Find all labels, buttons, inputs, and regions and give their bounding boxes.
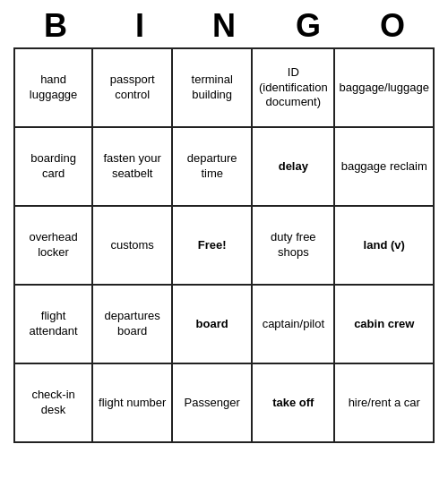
bingo-cell: flight number: [92, 363, 172, 442]
bingo-letter: I: [100, 7, 179, 45]
bingo-cell: flight attendant: [14, 285, 92, 363]
bingo-cell: baggage reclaim: [334, 127, 434, 206]
bingo-cell: hand luggagge: [14, 48, 92, 127]
bingo-header: BINGO: [13, 0, 435, 48]
bingo-cell: passport control: [92, 48, 172, 127]
table-row: hand luggaggepassport controlterminal bu…: [14, 48, 434, 127]
bingo-cell: departure time: [172, 127, 252, 206]
table-row: boarding cardfasten your seatbeltdepartu…: [14, 127, 434, 206]
bingo-grid: hand luggaggepassport controlterminal bu…: [13, 48, 435, 443]
bingo-letter: O: [353, 7, 432, 45]
table-row: overhead lockercustomsFree!duty free sho…: [14, 206, 434, 285]
bingo-cell: hire/rent a car: [334, 363, 434, 442]
bingo-cell: take off: [252, 363, 334, 442]
bingo-cell: duty free shops: [252, 206, 334, 285]
bingo-letter: G: [269, 7, 348, 45]
bingo-cell: terminal building: [172, 48, 252, 127]
bingo-cell: Free!: [172, 206, 252, 285]
bingo-cell: land (v): [334, 206, 434, 285]
bingo-cell: Passenger: [172, 363, 252, 442]
bingo-cell: check-in desk: [14, 363, 92, 442]
bingo-cell: boarding card: [14, 127, 92, 206]
bingo-cell: baggage/luggage: [334, 48, 434, 127]
bingo-cell: fasten your seatbelt: [92, 127, 172, 206]
table-row: flight attendantdepartures boardboardcap…: [14, 285, 434, 363]
bingo-cell: board: [172, 285, 252, 363]
bingo-cell: overhead locker: [14, 206, 92, 285]
bingo-letter: N: [185, 7, 263, 45]
table-row: check-in deskflight numberPassengertake …: [14, 363, 434, 442]
bingo-cell: departures board: [92, 285, 172, 363]
bingo-cell: ID (identification document): [252, 48, 334, 127]
bingo-cell: captain/pilot: [252, 285, 334, 363]
bingo-cell: cabin crew: [334, 285, 434, 363]
bingo-cell: customs: [92, 206, 172, 285]
bingo-cell: delay: [252, 127, 334, 206]
bingo-letter: B: [16, 7, 95, 45]
